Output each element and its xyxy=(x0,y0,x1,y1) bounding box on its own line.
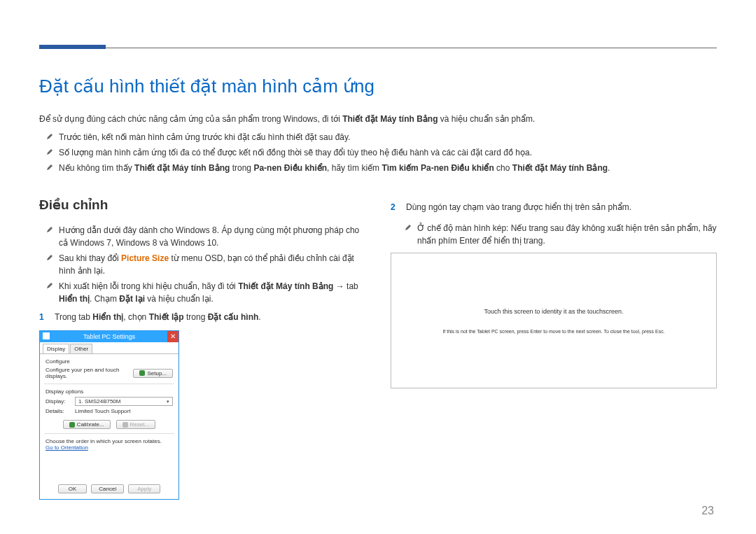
rotate-text: Choose the order in which your screen ro… xyxy=(46,438,173,444)
intro-bold: Thiết đặt Máy tính Bảng xyxy=(342,114,438,124)
pencil-icon xyxy=(46,131,53,143)
calibration-line2: If this is not the Tablet PC screen, pre… xyxy=(431,329,676,334)
t: , chọn xyxy=(123,312,148,322)
dialog-tabs: Display Other xyxy=(40,342,178,354)
header-accent xyxy=(39,45,106,49)
pencil-icon xyxy=(405,222,412,234)
right-note-text: Ở chế độ màn hình kép: Nếu trang sau đây… xyxy=(417,222,717,247)
t: Khi xuất hiện lỗi trong khi hiệu chuẩn, … xyxy=(59,281,238,291)
details-value: Limited Touch Support xyxy=(75,408,130,414)
step-number: 1 xyxy=(39,311,48,323)
t: Hiển thị xyxy=(92,312,123,322)
left-column: Điều chỉnh Hướng dẫn dưới đây dành cho W… xyxy=(39,197,365,500)
dialog-button-row: OK Cancel Apply xyxy=(40,480,178,499)
t: Thiết lập xyxy=(149,312,184,322)
intro-paragraph: Để sử dụng đúng cách chức năng cảm ứng c… xyxy=(39,113,717,125)
t: Thiết đặt Máy tính Bảng xyxy=(238,281,333,291)
header-rule xyxy=(39,48,717,48)
calibration-screen: Touch this screen to identity it as the … xyxy=(391,253,717,388)
goto-orientation-link[interactable]: Go to Orientation xyxy=(46,444,173,451)
page-title: Đặt cấu hình thiết đặt màn hình cảm ứng xyxy=(39,76,717,97)
right-note: Ở chế độ màn hình kép: Nếu trang sau đây… xyxy=(391,220,717,248)
top-note-2-text: Số lượng màn hình cảm ứng tối đa có thể … xyxy=(59,146,532,159)
pencil-icon xyxy=(46,146,53,159)
t: Setup... xyxy=(147,370,167,377)
configure-desc: Configure your pen and touch displays. xyxy=(46,367,129,379)
left-note-2-text: Sau khi thay đổi Picture Size từ menu OS… xyxy=(59,252,365,277)
left-note-3-text: Khi xuất hiện lỗi trong khi hiệu chuẩn, … xyxy=(59,280,365,305)
step-2: 2 Dùng ngón tay chạm vào trang được hiển… xyxy=(391,201,717,213)
t: → tab xyxy=(333,281,358,291)
two-column-layout: Điều chỉnh Hướng dẫn dưới đây dành cho W… xyxy=(39,197,717,500)
step-number: 2 xyxy=(391,201,399,213)
pencil-icon xyxy=(46,252,53,265)
close-icon[interactable]: ✕ xyxy=(167,331,178,342)
pencil-icon xyxy=(46,280,53,293)
cancel-button[interactable]: Cancel xyxy=(91,484,124,493)
t: Sau khi thay đổi xyxy=(59,253,121,263)
divider xyxy=(44,384,174,384)
t: Đặt cấu hình xyxy=(208,312,259,322)
calibration-line1: Touch this screen to identity it as the … xyxy=(484,308,623,315)
picture-size-link: Picture Size xyxy=(121,253,169,263)
t: Reset... xyxy=(130,421,150,428)
tab-other[interactable]: Other xyxy=(70,344,92,353)
intro-post: và hiệu chuẩn sản phẩm. xyxy=(438,114,536,124)
t: Hiển thị xyxy=(59,294,90,304)
left-note-1: Hướng dẫn dưới đây dành cho Windows 8. Á… xyxy=(39,223,365,251)
dialog-body: Configure Configure your pen and touch d… xyxy=(40,354,178,480)
top-note-3: Nếu không tìm thấy Thiết đặt Máy tính Bả… xyxy=(39,160,717,176)
reset-button[interactable]: Reset... xyxy=(116,420,156,429)
display-label: Display: xyxy=(46,398,71,405)
shield-icon xyxy=(139,370,145,376)
shield-icon xyxy=(122,422,128,428)
t: . xyxy=(258,312,260,322)
calibrate-button[interactable]: Calibrate... xyxy=(63,420,111,429)
top-note-3-text: Nếu không tìm thấy Thiết đặt Máy tính Bả… xyxy=(59,162,610,174)
page-content: Đặt cấu hình thiết đặt màn hình cảm ứng … xyxy=(39,76,717,500)
dialog-title-text: Tablet PC Settings xyxy=(83,333,135,340)
tablet-pc-settings-dialog: Tablet PC Settings ✕ Display Other Confi… xyxy=(39,330,179,500)
apply-button[interactable]: Apply xyxy=(128,484,160,493)
dialog-titlebar[interactable]: Tablet PC Settings ✕ xyxy=(40,331,178,342)
t: . Chạm xyxy=(90,294,119,304)
t: Thiết đặt Máy tính Bảng xyxy=(134,163,230,173)
step-2-text: Dùng ngón tay chạm vào trang được hiển t… xyxy=(406,201,631,213)
left-note-1-text: Hướng dẫn dưới đây dành cho Windows 8. Á… xyxy=(59,224,365,249)
ok-button[interactable]: OK xyxy=(58,484,88,493)
display-select[interactable]: 1. SMS24B750M ▾ xyxy=(75,397,173,406)
section-heading-calibrate: Điều chỉnh xyxy=(39,197,365,213)
t: Nếu không tìm thấy xyxy=(59,163,134,173)
pencil-icon xyxy=(46,162,53,174)
t: Tìm kiếm Pa-nen Điều khiển xyxy=(382,163,493,173)
display-select-value: 1. SMS24B750M xyxy=(78,398,120,405)
tab-display[interactable]: Display xyxy=(43,344,69,353)
t: . xyxy=(608,163,610,173)
page-number: 23 xyxy=(701,505,714,517)
t: Trong tab xyxy=(55,312,92,322)
shield-icon xyxy=(69,422,75,428)
t: Pa-nen Điều khiển xyxy=(253,163,327,173)
chevron-down-icon: ▾ xyxy=(167,399,169,405)
divider xyxy=(44,433,174,434)
t: Thiết đặt Máy tính Bảng xyxy=(512,163,608,173)
left-note-3: Khi xuất hiện lỗi trong khi hiệu chuẩn, … xyxy=(39,279,365,307)
setup-button[interactable]: Setup... xyxy=(133,369,173,378)
right-column: 2 Dùng ngón tay chạm vào trang được hiển… xyxy=(391,197,717,500)
top-note-2: Số lượng màn hình cảm ứng tối đa có thể … xyxy=(39,145,717,160)
window-icon xyxy=(43,332,50,339)
left-note-2: Sau khi thay đổi Picture Size từ menu OS… xyxy=(39,251,365,279)
t: cho xyxy=(494,163,512,173)
top-note-1-text: Trước tiên, kết nối màn hình cảm ứng trư… xyxy=(59,131,350,143)
t: trong xyxy=(184,312,208,322)
display-options-label: Display options xyxy=(46,388,173,395)
details-label: Details: xyxy=(46,408,71,414)
t: , hãy tìm kiếm xyxy=(327,163,382,173)
top-note-1: Trước tiên, kết nối màn hình cảm ứng trư… xyxy=(39,129,717,145)
t: Đặt lại xyxy=(119,294,145,304)
step-1-text: Trong tab Hiển thị, chọn Thiết lập trong… xyxy=(55,311,261,323)
configure-label: Configure xyxy=(46,358,173,365)
t: trong xyxy=(230,163,253,173)
t: và hiệu chuẩn lại. xyxy=(145,294,214,304)
pencil-icon xyxy=(46,224,53,237)
